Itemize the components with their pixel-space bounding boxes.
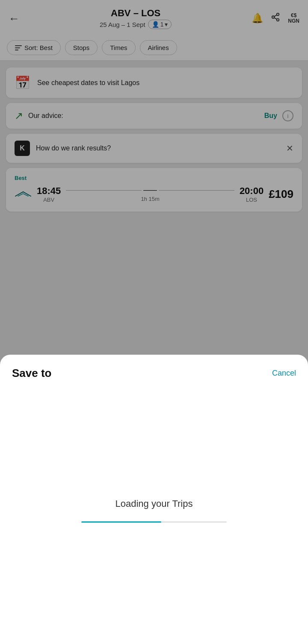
loading-progress-bar	[81, 521, 227, 523]
sheet-header: Save to Cancel	[12, 367, 296, 380]
progress-bar-fill	[81, 521, 161, 523]
sheet-body: Loading your Trips	[12, 394, 296, 627]
loading-trips-text: Loading your Trips	[116, 498, 193, 509]
sheet-title: Save to	[12, 367, 52, 380]
overlay: Save to Cancel Loading your Trips	[0, 0, 308, 644]
cancel-button[interactable]: Cancel	[272, 369, 296, 378]
dim-overlay	[0, 0, 308, 372]
save-to-sheet: Save to Cancel Loading your Trips	[0, 355, 308, 644]
